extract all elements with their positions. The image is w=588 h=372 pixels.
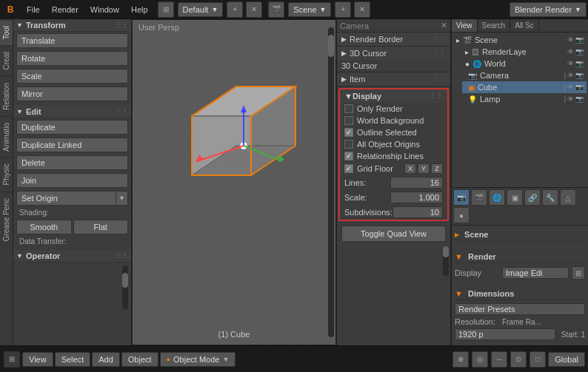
add-button[interactable]: Add [92, 352, 120, 367]
outliner-camera[interactable]: 📷 Camera | 👁 📷 [462, 70, 587, 81]
render-border-header[interactable]: ▶ Render Border ⋮⋮ [337, 33, 450, 46]
outliner-tab-allsc[interactable]: All Sc [510, 19, 539, 32]
outliner-cube[interactable]: ▣ Cube | 👁 📷 [462, 81, 587, 93]
bottom-mode-icon[interactable]: ⊞ [4, 351, 20, 368]
render-presets-field[interactable]: Render Presets [455, 303, 585, 315]
outliner-scene[interactable]: ▸ 🎬 Scene 👁 📷 [453, 34, 587, 46]
scale-button[interactable]: Scale [16, 69, 128, 84]
world-render-icon[interactable]: 📷 [575, 60, 584, 67]
bottom-viewport-icon[interactable]: □ [529, 351, 546, 368]
display-section-header[interactable]: ▼ Display ⋮⋮ [340, 89, 447, 103]
resolution-value[interactable]: 1920 p [455, 328, 555, 340]
rotate-button[interactable]: Rotate [16, 51, 128, 66]
tab-relations[interactable]: Relation [0, 76, 13, 116]
x-axis-btn[interactable]: X [404, 163, 416, 174]
prop-object-icon[interactable]: ▣ [507, 189, 523, 206]
transform-section-header[interactable]: ▼ Transform ⋮⋮ [13, 19, 131, 32]
camera-eye-icon[interactable]: 👁 [567, 72, 574, 79]
translate-button[interactable]: Translate [16, 33, 128, 48]
viewport[interactable]: User Persp [132, 19, 336, 345]
menu-window[interactable]: Window [84, 0, 125, 19]
bottom-transform-icon[interactable]: ↔ [491, 351, 507, 368]
flat-button[interactable]: Flat [73, 220, 129, 234]
scene-icon[interactable]: 🎬 [268, 1, 284, 18]
toggle-quad-button[interactable]: Toggle Quad View [341, 226, 446, 242]
renderlayer-render-icon[interactable]: 📷 [575, 48, 584, 55]
outliner-tab-search[interactable]: Search [478, 19, 511, 32]
cube-eye-icon[interactable]: 👁 [567, 84, 574, 91]
camera-render-icon[interactable]: 📷 [575, 72, 584, 79]
cube-restrict-icon[interactable]: | [564, 84, 566, 91]
viewport-scrollbar[interactable] [328, 27, 334, 337]
lamp-restrict-icon[interactable]: | [564, 95, 566, 103]
screen-layout-icon[interactable]: ⊞ [158, 1, 174, 18]
scene-render-icon[interactable]: 📷 [575, 36, 584, 44]
item-header[interactable]: ▶ Item ⋮⋮ [337, 72, 450, 86]
menu-render[interactable]: Render [46, 0, 84, 19]
tab-create[interactable]: Creat [0, 45, 13, 75]
menu-file[interactable]: File [21, 0, 46, 19]
grid-floor-checkbox[interactable]: ✓ [344, 164, 353, 173]
duplicate-button[interactable]: Duplicate [16, 120, 128, 135]
y-axis-btn[interactable]: Y [418, 163, 430, 174]
tab-animation[interactable]: Animatio [0, 116, 13, 158]
z-axis-btn[interactable]: Z [431, 163, 443, 174]
tab-grease-pencil[interactable]: Grease Penc [0, 192, 13, 247]
view-button[interactable]: View [22, 352, 53, 367]
display-render-value[interactable]: Image Edi [502, 267, 569, 279]
outliner-lamp[interactable]: 💡 Lamp | 👁 📷 [462, 93, 587, 105]
prop-material-icon[interactable]: ● [453, 207, 470, 223]
set-origin-button[interactable]: Set Origin [16, 191, 116, 206]
prop-data-icon[interactable]: △ [560, 189, 576, 206]
camera-restrict-icon[interactable]: | [564, 72, 566, 79]
all-origins-checkbox[interactable] [344, 140, 353, 149]
bottom-proportional-icon[interactable]: ◎ [472, 351, 488, 368]
outliner-world[interactable]: ● 🌐 World 👁 📷 [462, 58, 587, 70]
mirror-button[interactable]: Mirror [16, 87, 128, 101]
edit-section-header[interactable]: ▼ Edit ⋮⋮ [13, 106, 131, 118]
world-bg-checkbox[interactable] [344, 116, 353, 125]
props-scrollbar[interactable] [443, 246, 449, 257]
remove-screen-icon[interactable]: ✕ [246, 1, 262, 18]
duplicate-linked-button[interactable]: Duplicate Linked [16, 138, 128, 152]
tab-physics[interactable]: Physic [0, 157, 13, 191]
bottom-pivot-icon[interactable]: ⊙ [510, 351, 527, 368]
lamp-eye-icon[interactable]: 👁 [567, 95, 574, 103]
add-scene-icon[interactable]: + [335, 1, 351, 18]
subdivisions-value[interactable]: 10 [392, 206, 443, 218]
blender-logo[interactable]: B [0, 0, 21, 19]
render-engine-dropdown[interactable]: Blender Render ▼ [510, 2, 587, 17]
global-button[interactable]: Global [548, 352, 585, 367]
scene-eye-icon[interactable]: 👁 [567, 36, 574, 44]
world-eye-icon[interactable]: 👁 [567, 60, 574, 67]
relationship-lines-checkbox[interactable]: ✓ [344, 152, 353, 160]
smooth-button[interactable]: Smooth [16, 220, 72, 234]
prop-scene-icon[interactable]: 🎬 [471, 189, 487, 206]
prop-render-icon[interactable]: 📷 [453, 189, 470, 206]
menu-help[interactable]: Help [125, 0, 154, 19]
outline-selected-checkbox[interactable]: ✓ [344, 128, 353, 137]
viewport-scroll-thumb[interactable] [328, 35, 334, 57]
prop-world-icon[interactable]: 🌐 [489, 189, 505, 206]
only-render-checkbox[interactable] [344, 104, 353, 113]
add-screen-icon[interactable]: + [227, 1, 243, 18]
display-expand-icon[interactable]: ⊞ [572, 266, 585, 280]
prop-constraint-icon[interactable]: 🔗 [524, 189, 541, 206]
renderlayer-eye-icon[interactable]: 👁 [567, 48, 574, 55]
cube-render-icon[interactable]: 📷 [575, 84, 584, 91]
scene-dropdown[interactable]: Scene ▼ [288, 2, 331, 17]
outliner-renderlayer[interactable]: ▸ 🖼 RenderLaye 👁 📷 [462, 46, 587, 58]
scale-value[interactable]: 1.000 [390, 192, 444, 203]
tab-tool[interactable]: Tool [0, 19, 13, 45]
workspace-dropdown[interactable]: Default ▼ [178, 2, 224, 17]
cursor-3d-header[interactable]: ▶ 3D Cursor ⋮⋮ [337, 47, 450, 60]
bottom-snapping-icon[interactable]: ⊕ [452, 351, 469, 368]
camera-close[interactable]: ✕ [441, 21, 447, 30]
delete-button[interactable]: Delete [16, 155, 128, 170]
operator-section-header[interactable]: ▼ Operator ⋮⋮ [13, 250, 131, 263]
lamp-render-icon[interactable]: 📷 [575, 95, 584, 103]
object-button[interactable]: Object [121, 352, 158, 367]
mode-dropdown[interactable]: ● Object Mode ▼ [160, 352, 236, 367]
join-button[interactable]: Join [16, 173, 128, 188]
select-button[interactable]: Select [55, 352, 91, 367]
